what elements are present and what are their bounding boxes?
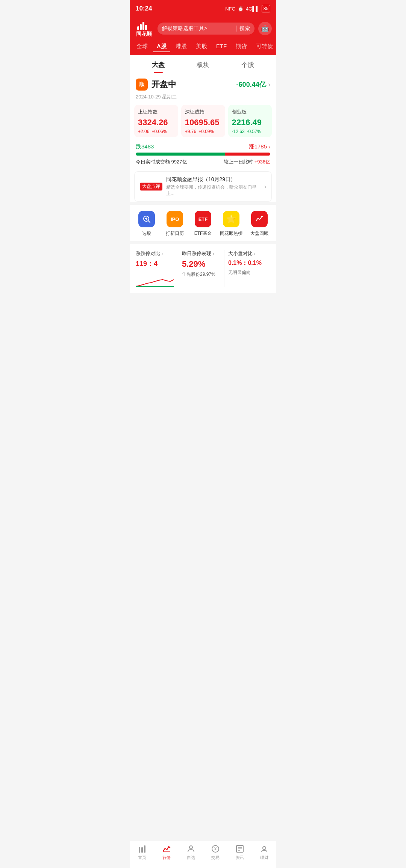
stat-cap-compare[interactable]: 大小盘对比 › 0.1%：0.1% 无明显偏向 xyxy=(224,250,270,287)
market-status-icon: 顺 xyxy=(136,79,148,91)
feature-label-ipo: 打新日历 xyxy=(166,230,184,237)
mini-chart-rise-fall xyxy=(136,272,174,287)
features-section: 选股 IPO 打新日历 ETF ETF基金 ⭐ 同花顺热榜 大盘回顾 xyxy=(130,205,276,241)
tab-hk[interactable]: 港股 xyxy=(172,41,191,52)
news-desc: 精选全球要闻，传递投资机会，听众朋友们早上... xyxy=(166,184,261,197)
rise-fall-section: 跌3483 涨1785 › 今日实时成交额 9927亿 较上一日此时 +936亿 xyxy=(130,142,276,168)
market-status-right: -600.44亿 › xyxy=(236,80,270,89)
ipo-calendar-icon: IPO xyxy=(167,211,183,227)
signal-icon: 4G▌▌ xyxy=(246,6,259,12)
stat-title-cap: 大小盘对比 › xyxy=(228,250,267,257)
stat-title-rise-fall: 涨跌停对比 › xyxy=(136,250,174,257)
etf-icon: ETF xyxy=(195,211,211,227)
status-bar: 10:24 NFC ⏰ 4G▌▌ 85 xyxy=(130,0,276,17)
battery-indicator: 85 xyxy=(262,5,270,12)
tab-market[interactable]: 大盘 xyxy=(136,55,180,73)
stat-sub-cap: 无明显偏向 xyxy=(228,269,267,276)
tab-futures[interactable]: 期货 xyxy=(232,41,251,52)
feature-etf[interactable]: ETF ETF基金 xyxy=(189,211,217,237)
rise-bar xyxy=(225,153,270,156)
rise-fall-labels: 跌3483 涨1785 › xyxy=(136,143,270,150)
fall-bar xyxy=(136,153,225,156)
stat-chevron-2: › xyxy=(213,251,214,256)
svg-point-4 xyxy=(261,216,263,217)
news-content: 同花顺金融早报（10月29日） 精选全球要闻，传递投资机会，听众朋友们早上... xyxy=(166,176,261,197)
index-name-shenzhen: 深证成指 xyxy=(185,109,221,115)
feature-hot-list[interactable]: ⭐ 同花顺热榜 xyxy=(217,211,245,237)
app-header: 同花顺 解锁策略选股工具> 搜索 🤖 xyxy=(130,17,276,41)
feature-ipo-calendar[interactable]: IPO 打新日历 xyxy=(161,211,189,237)
index-card-shenzhen[interactable]: 深证成指 10695.65 +9.76 +0.09% xyxy=(181,105,225,137)
stat-chevron-3: › xyxy=(254,251,256,256)
logo-icon xyxy=(137,20,151,30)
rise-chevron: › xyxy=(268,144,270,150)
stat-value-cap: 0.1%：0.1% xyxy=(228,259,267,267)
index-card-chuangye[interactable]: 创业板 2216.49 -12.63 -0.57% xyxy=(228,105,272,137)
select-stock-icon xyxy=(138,211,155,227)
market-tabs: 全球 A股 港股 美股 ETF 期货 可转债 其他 xyxy=(130,41,276,55)
stat-rise-fall[interactable]: 涨跌停对比 › 119：4 xyxy=(136,250,178,287)
index-value-shanghai: 3324.26 xyxy=(138,118,174,127)
stat-chevron-1: › xyxy=(162,251,163,256)
index-change-shenzhen: +9.76 +0.09% xyxy=(185,129,221,134)
tab-etf[interactable]: ETF xyxy=(212,41,230,52)
index-name-chuangye: 创业板 xyxy=(232,109,268,115)
news-title: 同花顺金融早报（10月29日） xyxy=(166,176,261,183)
hot-list-icon: ⭐ xyxy=(223,211,239,227)
main-tabs: 大盘 板块 个股 xyxy=(130,55,276,73)
search-button[interactable]: 搜索 xyxy=(239,25,250,32)
index-value-chuangye: 2216.49 xyxy=(232,118,268,127)
market-change-amount: -600.44亿 xyxy=(236,80,266,89)
stat-value-rise-fall: 119：4 xyxy=(136,259,174,268)
stats-section: 涨跌停对比 › 119：4 昨日涨停表现 › 5.29% 佳先股份29.97% … xyxy=(130,244,276,293)
volume-label: 今日实时成交额 9927亿 xyxy=(136,159,187,165)
feature-market-review[interactable]: 大盘回顾 xyxy=(245,211,273,237)
tab-us[interactable]: 美股 xyxy=(192,41,211,52)
volume-row: 今日实时成交额 9927亿 较上一日此时 +936亿 xyxy=(136,159,270,165)
search-divider xyxy=(236,26,236,32)
tab-sector[interactable]: 板块 xyxy=(180,55,225,73)
index-name-shanghai: 上证指数 xyxy=(138,109,174,115)
volume-compare: 较上一日此时 +936亿 xyxy=(224,159,270,165)
market-status-section: 顺 开盘中 -600.44亿 › xyxy=(130,73,276,94)
status-icons: NFC ⏰ 4G▌▌ 85 xyxy=(225,5,270,12)
news-section[interactable]: 大盘点评 同花顺金融早报（10月29日） 精选全球要闻，传递投资机会，听众朋友们… xyxy=(134,171,272,202)
stat-sub-yesterday: 佳先股份29.97% xyxy=(182,271,220,278)
main-content: 大盘 板块 个股 顺 开盘中 -600.44亿 › 2024-10-29 星期二… xyxy=(130,55,276,202)
market-status-chevron[interactable]: › xyxy=(268,81,270,88)
news-tag: 大盘点评 xyxy=(140,183,162,191)
market-status-left: 顺 开盘中 xyxy=(136,79,176,91)
feature-label-etf: ETF基金 xyxy=(194,230,212,237)
feature-label-hot-list: 同花顺热榜 xyxy=(220,230,242,237)
status-time: 10:24 xyxy=(136,5,152,12)
avatar-button[interactable]: 🤖 xyxy=(258,22,272,35)
market-review-icon xyxy=(251,211,268,227)
feature-label-review: 大盘回顾 xyxy=(250,230,268,237)
stat-yesterday-rise[interactable]: 昨日涨停表现 › 5.29% 佳先股份29.97% xyxy=(178,250,224,287)
stat-value-yesterday: 5.29% xyxy=(182,259,220,269)
fall-label[interactable]: 跌3483 xyxy=(136,143,154,150)
tab-global[interactable]: 全球 xyxy=(133,41,151,52)
index-value-shenzhen: 10695.65 xyxy=(185,118,221,127)
tab-individual[interactable]: 个股 xyxy=(226,55,270,73)
search-bar[interactable]: 解锁策略选股工具> 搜索 xyxy=(158,23,255,35)
feature-select-stock[interactable]: 选股 xyxy=(133,211,161,237)
market-status-title: 开盘中 xyxy=(151,79,176,90)
alarm-icon: ⏰ xyxy=(238,6,244,12)
index-change-shanghai: +2.06 +0.06% xyxy=(138,129,174,134)
feature-label-select-stock: 选股 xyxy=(142,230,151,237)
rise-label[interactable]: 涨1785 › xyxy=(249,143,270,150)
tab-convertible[interactable]: 可转债 xyxy=(252,41,276,52)
tab-a-share[interactable]: A股 xyxy=(153,41,170,52)
volume-up: +936亿 xyxy=(255,159,270,165)
news-chevron: › xyxy=(264,183,266,190)
index-cards: 上证指数 3324.26 +2.06 +0.06% 深证成指 10695.65 … xyxy=(130,105,276,142)
nfc-icon: NFC xyxy=(225,6,235,12)
bottom-spacer xyxy=(130,293,276,323)
index-card-shanghai[interactable]: 上证指数 3324.26 +2.06 +0.06% xyxy=(134,105,178,137)
app-logo: 同花顺 xyxy=(134,20,154,38)
market-date: 2024-10-29 星期二 xyxy=(130,94,276,105)
index-change-chuangye: -12.63 -0.57% xyxy=(232,129,268,134)
rise-fall-bar xyxy=(136,153,270,156)
svg-line-1 xyxy=(148,221,150,222)
